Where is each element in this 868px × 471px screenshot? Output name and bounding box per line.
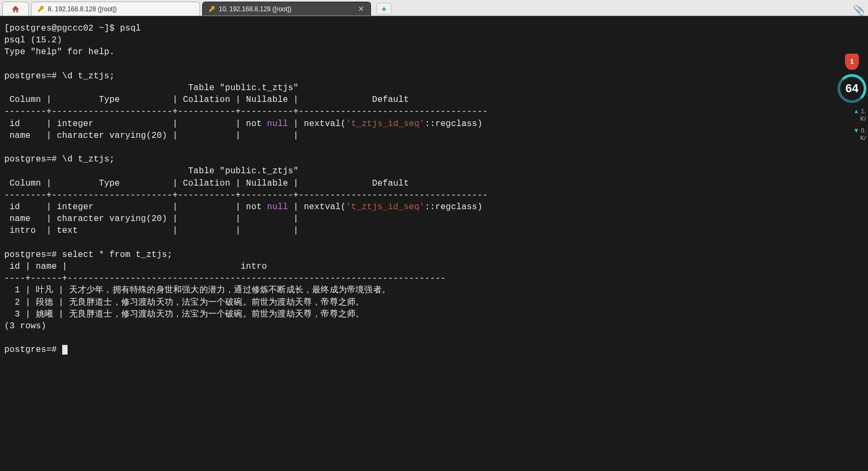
cursor	[62, 345, 68, 355]
tab-label: 8. 192.168.8.128 ([root])	[48, 5, 194, 13]
row-name: name | character varying(20) | | |	[4, 131, 304, 141]
separator: ----+------+----------------------------…	[4, 274, 446, 283]
tab-session-10[interactable]: 10. 192.168.8.129 ([root]) ✕	[202, 2, 371, 16]
cmd: select * from t_ztjs;	[62, 250, 173, 260]
home-tab[interactable]	[2, 2, 29, 16]
gauge-value: 64	[845, 82, 858, 95]
row-name: name | character varying(20) | | |	[4, 214, 304, 224]
shell-line: [postgres@pgccc02 ~]$ psql	[4, 24, 141, 33]
table-header: Column | Type | Collation | Nullable | D…	[4, 95, 488, 105]
performance-gauge[interactable]: 64	[837, 74, 866, 103]
security-shield-icon[interactable]: 1	[845, 54, 859, 70]
row-id: id | integer | | not null | nextval('t_z…	[4, 119, 483, 129]
arrow-up-icon: ▲	[854, 108, 859, 114]
data-row: 1 | 叶凡 | 天才少年，拥有特殊的身世和强大的潜力，通过修炼不断成长，最终成…	[4, 285, 390, 295]
tab-bar: 8. 192.168.8.128 ([root]) 10. 192.168.8.…	[0, 0, 868, 16]
pg-prompt: postgres=#	[4, 250, 62, 260]
network-download: ▼ 0.K/	[836, 127, 868, 142]
help-hint: Type "help" for help.	[4, 47, 115, 57]
pg-prompt: postgres=#	[4, 71, 62, 81]
cmd: \d t_ztjs;	[62, 71, 115, 81]
separator: --------+-----------------------+-------…	[4, 190, 488, 200]
select-header: id | name | intro	[4, 262, 446, 271]
wrench-icon	[208, 5, 216, 13]
psql-version: psql (15.2)	[4, 35, 62, 45]
pg-prompt: postgres=#	[4, 154, 62, 164]
data-row: 2 | 段德 | 无良胖道士，修习渡劫天功，法宝为一个破碗。前世为渡劫天尊，帝尊…	[4, 298, 364, 307]
tab-label: 10. 192.168.8.129 ([root])	[219, 5, 353, 13]
network-upload: ▲ 1.K/	[836, 107, 868, 122]
home-icon	[11, 5, 20, 13]
pg-prompt: postgres=#	[4, 345, 62, 355]
row-count: (3 rows)	[4, 321, 46, 331]
shield-count: 1	[850, 58, 854, 65]
row-id: id | integer | | not null | nextval('t_z…	[4, 202, 483, 212]
tab-session-8[interactable]: 8. 192.168.8.128 ([root])	[31, 2, 200, 16]
wrench-icon	[37, 5, 44, 13]
row-intro: intro | text | | |	[4, 226, 304, 235]
data-row: 3 | 姚曦 | 无良胖道士，修习渡劫天功，法宝为一个破碗。前世为渡劫天尊，帝尊…	[4, 310, 364, 319]
terminal-output[interactable]: [postgres@pgccc02 ~]$ psql psql (15.2) T…	[0, 16, 780, 471]
table-title: Table "public.t_ztjs"	[4, 166, 299, 176]
close-tab-icon[interactable]: ✕	[357, 5, 365, 13]
cmd: \d t_ztjs;	[62, 154, 115, 164]
separator: --------+-----------------------+-------…	[4, 107, 488, 116]
table-header: Column | Type | Collation | Nullable | D…	[4, 179, 488, 188]
new-tab-button[interactable]: ✚	[376, 3, 391, 14]
system-monitor-sidebar: 1 64 ▲ 1.K/ ▼ 0.K/	[836, 54, 868, 142]
arrow-down-icon: ▼	[854, 127, 859, 134]
paperclip-icon[interactable]: 📎	[853, 4, 865, 16]
table-title: Table "public.t_ztjs"	[4, 83, 299, 93]
